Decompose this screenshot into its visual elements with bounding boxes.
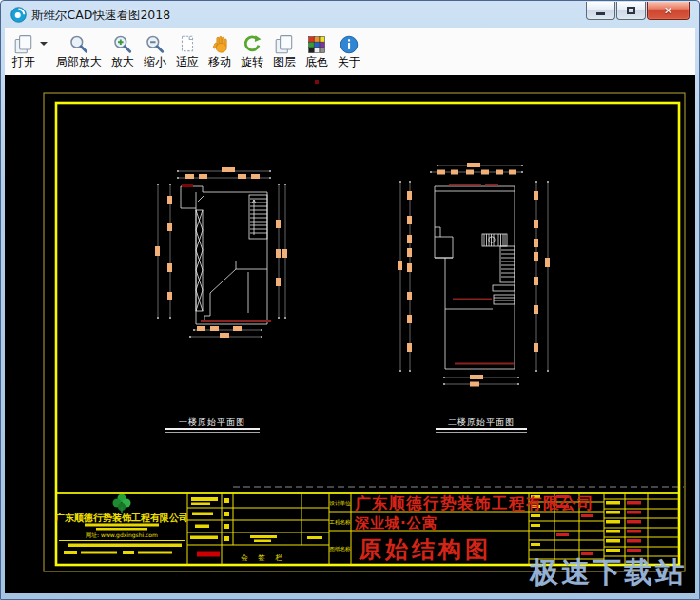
company-name: 广东顺德行势装饰工程有限公司	[54, 513, 188, 523]
open-label: 打开	[12, 55, 35, 69]
zoom-out-label: 缩小	[144, 55, 166, 69]
maximize-button[interactable]	[616, 2, 646, 20]
fit-label: 适应	[176, 55, 199, 69]
right-plan-caption: 二楼原始平面图	[448, 417, 515, 427]
zoom-out-button[interactable]: 缩小	[139, 31, 171, 71]
open-button[interactable]: 打开	[8, 31, 40, 71]
rotate-label: 旋转	[241, 55, 263, 69]
close-icon: ✕	[664, 6, 672, 16]
company-info-lines	[85, 524, 159, 531]
zoom-in-icon	[112, 33, 133, 55]
background-color-button[interactable]: 底色	[301, 31, 333, 71]
pan-label: 移动	[208, 55, 231, 69]
title-block: 广东顺德行势装饰工程有限公司 网址: www.gdxingshi.com	[54, 487, 684, 565]
fit-page-icon	[177, 33, 198, 55]
minimize-button[interactable]	[586, 2, 615, 20]
open-dropdown-arrow[interactable]	[40, 42, 48, 49]
window-controls: ✕	[586, 2, 690, 20]
company-address-lines	[64, 544, 182, 555]
close-button[interactable]: ✕	[647, 2, 690, 20]
info-icon	[339, 33, 360, 55]
zoom-in-button[interactable]: 放大	[107, 31, 139, 71]
about-label: 关于	[338, 55, 360, 69]
color-grid-icon	[306, 33, 327, 55]
layers-label: 图层	[273, 55, 296, 69]
left-plan-caption: 一楼原始平面图	[179, 417, 245, 427]
red-revision-bar	[197, 552, 220, 557]
about-button[interactable]: 关于	[333, 31, 365, 71]
dimension-text	[398, 163, 550, 387]
background-color-label: 底色	[305, 55, 328, 69]
rotate-icon	[242, 33, 262, 55]
rotate-button[interactable]: 旋转	[236, 31, 268, 71]
minimize-icon	[596, 12, 605, 15]
open-icon	[13, 33, 34, 55]
toolbar: 打开 局部放大 放大 缩小 适应	[5, 28, 695, 75]
field-label-project-name: 工程名称	[329, 519, 351, 526]
partial-zoom-button[interactable]: 局部放大	[51, 31, 107, 71]
zoom-in-label: 放大	[111, 55, 134, 69]
layers-icon	[274, 33, 295, 55]
layers-button[interactable]: 图层	[268, 31, 301, 71]
left-floor-plan	[155, 167, 287, 338]
design-unit-value: 广东顺德行势装饰工程有限公司	[354, 494, 594, 513]
partial-zoom-label: 局部放大	[56, 55, 102, 69]
field-label-design-unit: 设计单位	[329, 500, 351, 506]
drawing-name-value: 原始结构图	[358, 536, 492, 563]
right-floor-plan	[398, 163, 550, 387]
company-logo	[113, 494, 131, 514]
cad-canvas[interactable]: 一楼原始平面图 二楼原始平面图	[5, 75, 695, 593]
hand-icon	[209, 33, 230, 55]
pan-button[interactable]: 移动	[204, 31, 236, 71]
project-name-value: 深业城·公寓	[354, 514, 438, 532]
window-title: 斯维尔CAD快速看图2018	[31, 8, 170, 24]
company-website: 网址: www.gdxingshi.com	[86, 532, 158, 539]
app-icon	[10, 7, 27, 23]
fit-button[interactable]: 适应	[171, 31, 204, 71]
dimension-ticks	[399, 165, 549, 385]
titlebar[interactable]: 斯维尔CAD快速看图2018 ✕	[5, 1, 695, 28]
maximize-icon	[627, 7, 635, 14]
sign-bar-label: 会 签 栏	[241, 553, 285, 562]
partial-zoom-icon	[68, 33, 89, 55]
field-label-drawing-name: 图纸名称	[329, 546, 351, 552]
plan-captions: 一楼原始平面图 二楼原始平面图	[165, 417, 527, 433]
app-window: 斯维尔CAD快速看图2018 ✕ 打开 局部放大	[0, 0, 700, 600]
zoom-out-icon	[145, 33, 165, 55]
watermark-text: 极速下载站	[529, 555, 687, 589]
